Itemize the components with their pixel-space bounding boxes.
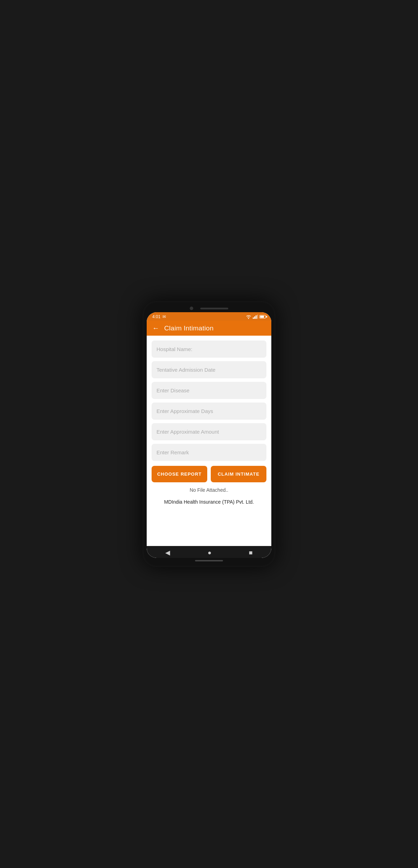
no-file-text: No File Attached.. — [152, 487, 266, 493]
amount-input[interactable] — [152, 423, 266, 440]
wifi-icon — [246, 315, 251, 319]
hospital-name-input[interactable] — [152, 341, 266, 358]
company-name: MDIndia Health Insurance (TPA) Pvt. Ltd. — [152, 499, 266, 505]
nav-home-button[interactable]: ● — [208, 549, 211, 556]
status-right — [246, 315, 266, 319]
camera-lens — [190, 307, 193, 310]
remark-input[interactable] — [152, 444, 266, 461]
choose-report-button[interactable]: CHOOSE REPORT — [152, 466, 207, 482]
status-left: 4:01 ✉ — [152, 314, 166, 319]
back-button[interactable]: ← — [152, 324, 159, 332]
signal-icon — [253, 315, 258, 319]
admission-date-input[interactable] — [152, 361, 266, 378]
time-display: 4:01 — [152, 314, 160, 319]
buttons-row: CHOOSE REPORT CLAIM INTIMATE — [152, 466, 266, 482]
days-input[interactable] — [152, 402, 266, 420]
home-bar — [195, 560, 223, 561]
phone-bottom — [147, 558, 271, 563]
status-bar: 4:01 ✉ — [147, 312, 271, 321]
nav-bar: ◀ ● ■ — [147, 546, 271, 558]
nav-back-button[interactable]: ◀ — [165, 549, 170, 556]
phone-screen: 4:01 ✉ — [147, 312, 271, 558]
app-title: Claim Intimation — [164, 324, 214, 332]
battery-icon — [259, 315, 266, 318]
speaker — [200, 308, 228, 309]
nav-recents-button[interactable]: ■ — [249, 549, 253, 556]
claim-intimate-button[interactable]: CLAIM INTIMATE — [211, 466, 266, 482]
phone-shell: 4:01 ✉ — [142, 301, 276, 567]
phone-top — [147, 305, 271, 312]
form-content: CHOOSE REPORT CLAIM INTIMATE No File Att… — [147, 336, 271, 546]
disease-input[interactable] — [152, 382, 266, 399]
mail-icon: ✉ — [162, 314, 166, 319]
app-bar: ← Claim Intimation — [147, 321, 271, 336]
